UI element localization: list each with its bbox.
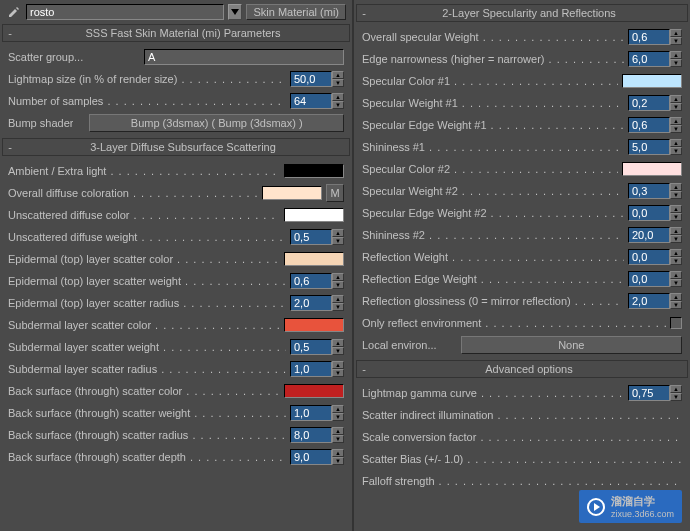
back-color-swatch[interactable] — [284, 384, 344, 398]
map-button[interactable]: M — [326, 184, 344, 202]
spec-color1-swatch[interactable] — [622, 74, 682, 88]
refl-weight-spinner[interactable]: ▲▼ — [628, 249, 682, 265]
collapse-icon[interactable]: - — [357, 363, 371, 375]
collapse-icon[interactable]: - — [357, 7, 371, 19]
gamma-spinner[interactable]: ▲▼ — [628, 385, 682, 401]
section-advanced[interactable]: - Advanced options — [356, 360, 688, 378]
unscattered-color-swatch[interactable] — [284, 208, 344, 222]
section-sss-params[interactable]: - SSS Fast Skin Material (mi) Parameters — [2, 24, 350, 42]
lightmap-size-label: Lightmap size (in % of render size) — [8, 73, 286, 85]
play-icon — [587, 498, 605, 516]
epi-color-swatch[interactable] — [284, 252, 344, 266]
spin-up-icon: ▲ — [332, 71, 344, 79]
epi-radius-spinner[interactable]: ▲▼ — [290, 295, 344, 311]
shininess1-spinner[interactable]: ▲▼ — [628, 139, 682, 155]
bump-shader-button[interactable]: Bump (3dsmax) ( Bump (3dsmax) ) — [89, 114, 344, 132]
spec-weight1-spinner[interactable]: ▲▼ — [628, 95, 682, 111]
collapse-icon[interactable]: - — [3, 141, 17, 153]
unscattered-weight-spinner[interactable]: ▲▼ — [290, 229, 344, 245]
spec-weight2-spinner[interactable]: ▲▼ — [628, 183, 682, 199]
num-samples-label: Number of samples — [8, 95, 286, 107]
material-type-button[interactable]: Skin Material (mi) — [246, 4, 346, 20]
refl-gloss-spinner[interactable]: ▲▼ — [628, 293, 682, 309]
bump-shader-label: Bump shader — [8, 117, 73, 129]
ambient-swatch[interactable] — [284, 164, 344, 178]
scatter-group-input[interactable] — [144, 49, 344, 65]
overall-diffuse-swatch[interactable] — [262, 186, 322, 200]
watermark: 溜溜自学 zixue.3d66.com — [579, 490, 682, 523]
eyedropper-icon[interactable] — [6, 4, 22, 20]
lightmap-size-spinner[interactable]: ▲▼ — [290, 71, 344, 87]
back-depth-spinner[interactable]: ▲▼ — [290, 449, 344, 465]
only-reflect-checkbox[interactable] — [670, 317, 682, 329]
section-3layer[interactable]: - 3-Layer Diffuse Subsurface Scattering — [2, 138, 350, 156]
spec-color2-swatch[interactable] — [622, 162, 682, 176]
spec-edge2-spinner[interactable]: ▲▼ — [628, 205, 682, 221]
sub-weight-spinner[interactable]: ▲▼ — [290, 339, 344, 355]
shininess2-spinner[interactable]: ▲▼ — [628, 227, 682, 243]
back-radius-spinner[interactable]: ▲▼ — [290, 427, 344, 443]
spec-edge1-spinner[interactable]: ▲▼ — [628, 117, 682, 133]
scatter-group-label: Scatter group... — [8, 51, 140, 63]
back-weight-spinner[interactable]: ▲▼ — [290, 405, 344, 421]
epi-weight-spinner[interactable]: ▲▼ — [290, 273, 344, 289]
material-name-input[interactable] — [26, 4, 224, 20]
name-dropdown-icon[interactable] — [228, 4, 242, 20]
overall-spec-spinner[interactable]: ▲▼ — [628, 29, 682, 45]
sub-radius-spinner[interactable]: ▲▼ — [290, 361, 344, 377]
refl-edge-spinner[interactable]: ▲▼ — [628, 271, 682, 287]
section-2layer[interactable]: - 2-Layer Specularity and Reflections — [356, 4, 688, 22]
spin-down-icon: ▼ — [332, 79, 344, 87]
local-environ-button[interactable]: None — [461, 336, 682, 354]
sub-color-swatch[interactable] — [284, 318, 344, 332]
edge-narrow-spinner[interactable]: ▲▼ — [628, 51, 682, 67]
num-samples-spinner[interactable]: ▲▼ — [290, 93, 344, 109]
collapse-icon[interactable]: - — [3, 27, 17, 39]
